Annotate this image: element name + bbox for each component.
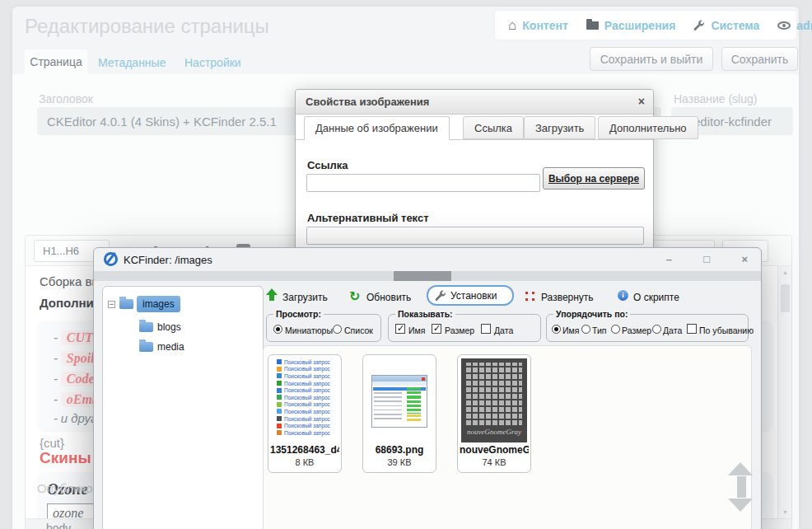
settings-button[interactable]: Установки [427,285,514,306]
file-size: 39 КВ [363,457,436,467]
maximize-icon[interactable]: □ [703,253,710,265]
file-size: 74 КВ [458,457,530,467]
eye-icon [777,21,791,30]
minimize-icon[interactable]: – [666,253,672,265]
element-path[interactable]: body [46,522,71,529]
window-drag-strip [94,271,761,281]
file-card[interactable]: Поисковый запросПоисковый запросПоисковы… [268,354,342,473]
tab-page[interactable]: Страница [25,49,87,75]
url-input[interactable] [306,174,540,192]
nav-label: Контент [522,19,568,32]
scroll-arrows-icon[interactable] [728,462,754,515]
file-name: nouveGnomeGray [460,444,529,456]
icon-grid-thumbnail: nouveGnomeGray [461,358,527,442]
tab-image-info[interactable]: Данные об изображении [304,116,450,140]
cut-marker: {cut} [40,436,64,450]
browse-server-button[interactable]: Выбор на сервере [543,167,645,190]
file-size: 8 КВ [268,457,341,467]
kcfinder-logo-icon [104,252,118,266]
nav-label: Система [711,19,759,32]
tree-item-images[interactable]: images [137,296,180,312]
slug-field-label: Название (slug) [674,92,757,105]
radio-thumbnails[interactable] [273,325,282,334]
folder-tree-panel: − images blogs media [102,286,264,529]
file-name: 1351268463_d405 [270,444,339,456]
dialog-header[interactable]: Свойства изображения × [296,90,653,115]
top-navigation: ⌂ Контент Расширения Система admin [494,10,797,40]
tab-settings[interactable]: Настройки [184,56,241,69]
checkbox-size[interactable]: ✓ [432,324,441,334]
alt-text-input[interactable] [306,227,644,245]
radio-list[interactable] [333,325,342,334]
about-button[interactable]: О скрипте [633,292,679,303]
thumb-row: Поисковый запрос [272,358,338,366]
nav-label: admin [796,19,812,32]
dialog-tabs: Данные об изображении Ссылка Загрузить Д… [296,116,653,140]
tab-upload[interactable]: Загрузить [524,116,595,139]
drag-handle[interactable] [394,271,451,281]
tree-item-media[interactable]: media [157,341,184,353]
order-fieldset: Упорядочить по: Имя Тип Размер Дата По у… [546,314,749,342]
save-and-exit-button[interactable]: Сохранить и выйти [590,47,713,71]
thumb-row: Поисковый запрос [272,380,338,387]
thumb-row: Поисковый запрос [272,372,338,380]
radio-order-name[interactable] [552,325,561,334]
nav-label: Расширения [604,19,676,32]
scrollbar-thumb[interactable] [781,284,790,312]
nav-item-content[interactable]: ⌂ Контент [508,18,568,32]
radio-order-type[interactable] [581,325,590,334]
scroll-down-icon[interactable]: ▼ [778,509,792,515]
upload-button[interactable]: Загрузить [282,292,328,303]
file-name: 68693.png [365,444,434,456]
wrench-icon [435,290,446,302]
save-button[interactable]: Сохранить [721,47,798,71]
folder-icon [139,342,153,352]
editor-scrollbar[interactable]: ▲ ▼ [777,266,791,518]
thumb-row: Поисковый запрос [272,401,338,409]
file-card[interactable]: 68693.png 39 КВ [362,354,436,473]
dialog-title: Свойства изображения [306,96,429,108]
info-icon: i [618,290,628,301]
thumbnail-caption: nouveGnomeGray [461,428,527,436]
close-icon[interactable]: × [741,253,748,265]
thumb-row: Поисковый запрос [272,415,338,423]
thumb-row: Поисковый запрос [272,422,338,429]
checkbox-name[interactable]: ✓ [395,324,405,334]
upload-icon [266,288,278,302]
folder-icon [139,322,153,332]
scroll-up-icon[interactable]: ▲ [778,269,792,275]
url-label: Ссылка [307,159,348,171]
maximize-window-button[interactable]: Развернуть [541,292,594,303]
show-fieldset: Показывать: ✓ Имя ✓ Размер Дата [388,314,541,342]
tab-link[interactable]: Ссылка [463,116,524,139]
refresh-button[interactable]: Обновить [366,292,411,303]
kcfinder-window: KCFinder: /images – □ × − images blogs m… [93,247,762,529]
folder-icon [586,21,599,30]
checkbox-descending[interactable] [687,324,697,334]
radio-order-size[interactable] [611,325,620,334]
thumb-row: Поисковый запрос [272,394,338,401]
order-legend: Упорядочить по: [553,309,630,319]
radio-order-date[interactable] [652,325,661,334]
nav-item-admin[interactable]: admin [777,19,812,32]
search-list-thumbnail: Поисковый запросПоисковый запросПоисковы… [272,358,338,442]
files-pane: Поисковый запросПоисковый запросПоисковы… [263,345,752,529]
tree-item-blogs[interactable]: blogs [157,321,181,333]
tree-expander-icon[interactable]: − [108,301,115,308]
tab-advanced[interactable]: Дополнительно [598,116,698,139]
nav-item-extensions[interactable]: Расширения [586,19,676,32]
nav-item-system[interactable]: Система [693,19,759,32]
title-field-label: Заголовок [39,92,93,105]
view-legend: Просмотр: [273,309,324,319]
maximize-window-icon [525,292,534,301]
file-card[interactable]: nouveGnomeGray nouveGnomeGray 74 КВ [457,354,531,473]
kcfinder-title: KCFinder: /images [124,254,212,266]
close-icon[interactable]: × [638,95,645,108]
thumb-row: Поисковый запрос [272,366,338,373]
page-title: Редактирование страницы [25,15,269,38]
checkbox-date[interactable] [481,324,491,334]
alt-text-label: Альтернативный текст [307,212,429,224]
tab-metadata[interactable]: Метаданные [98,56,166,69]
thumbnail-graphic [371,375,427,428]
thumb-row: Поисковый запрос [272,429,338,437]
